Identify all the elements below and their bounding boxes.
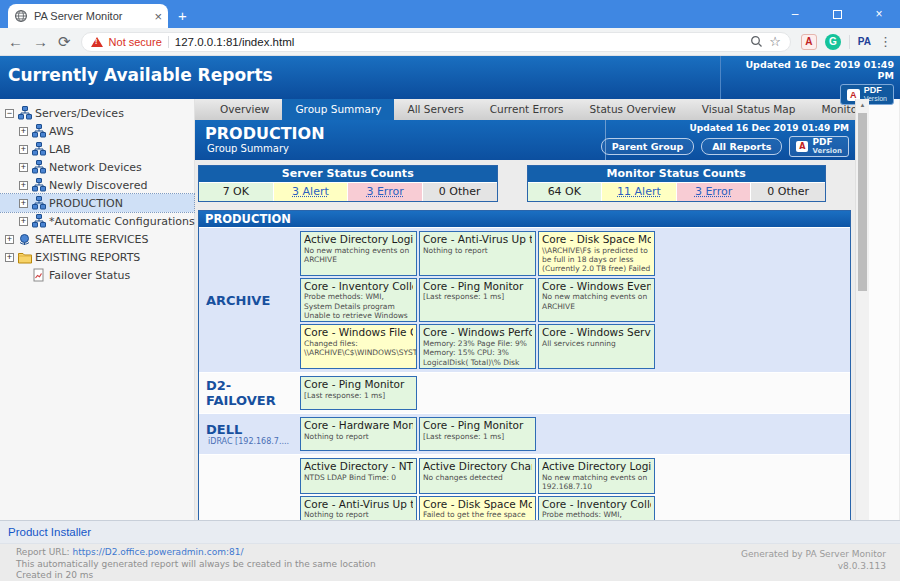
- sidebar-item-network-devices[interactable]: +Network Devices: [0, 158, 194, 176]
- back-icon[interactable]: ←: [8, 34, 23, 49]
- url-text: 127.0.0.1:81/index.html: [175, 36, 744, 48]
- sidebar-item-servers-devices[interactable]: −Servers/Devices: [0, 104, 194, 122]
- new-tab-button[interactable]: +: [178, 7, 187, 24]
- monitor-detail: Failed to get the free space from \\192.…: [423, 510, 532, 520]
- sidebar-item-label: Newly Discovered: [49, 179, 147, 192]
- footer: Product Installer Report URL: https://D2…: [0, 520, 900, 581]
- tab-status-overview[interactable]: Status Overview: [577, 99, 689, 120]
- sidebar-item-existing-reports[interactable]: +EXISTING REPORTS: [0, 248, 194, 266]
- monitor-cells: Active Directory - NTDSNTDS LDAP Bind Ti…: [299, 455, 662, 520]
- monitor-cell-core-anti-virus-up-to-date[interactable]: Core - Anti-Virus Up to DateNothing to r…: [300, 496, 417, 521]
- tab-group-summary[interactable]: Group Summary: [282, 99, 394, 120]
- monitor-cell-active-directory-login-monitor[interactable]: Active Directory Login MonitorNo new mat…: [300, 231, 417, 276]
- bookmark-star-icon[interactable]: ☆: [769, 34, 781, 49]
- monitor-cell-active-directory-ntds[interactable]: Active Directory - NTDSNTDS LDAP Bind Ti…: [300, 458, 417, 493]
- tab-visual-status-map[interactable]: Visual Status Map: [689, 99, 809, 120]
- monitor-detail: \\ARCHIVE\F$ is predicted to be full in …: [542, 246, 651, 274]
- status-cell-3-error[interactable]: 3 Error: [676, 183, 751, 201]
- browser-menu-icon[interactable]: ⋮: [879, 34, 892, 49]
- tab-close-icon[interactable]: ×: [154, 9, 162, 24]
- window-close-button[interactable]: ×: [858, 0, 900, 28]
- table-row-archive: ARCHIVEActive Directory Login MonitorNo …: [199, 227, 850, 372]
- monitor-cell-active-directory-login-monitor[interactable]: Active Directory Login MonitorNo new mat…: [538, 458, 655, 493]
- pdf-button-text: PDFVersion: [812, 138, 842, 155]
- pdf-extension-icon[interactable]: A: [801, 34, 817, 50]
- parent-group-button[interactable]: Parent Group: [601, 138, 694, 155]
- expand-box-icon[interactable]: +: [19, 181, 28, 190]
- header-right-panel: Updated 16 Dec 2019 01:49 PM A PDFVersio…: [720, 56, 900, 99]
- scroll-up-arrow-icon[interactable]: ▲: [856, 99, 869, 111]
- monitor-cell-core-hardware-monitor[interactable]: Core - Hardware MonitorNothing to report: [300, 417, 417, 451]
- monitor-title: Core - Ping Monitor: [423, 280, 532, 293]
- sidebar-item-label: PRODUCTION: [49, 197, 123, 210]
- monitor-cell-core-ping-monitor[interactable]: Core - Ping Monitor[Last response: 1 ms]: [419, 417, 536, 451]
- collapse-box-icon[interactable]: −: [5, 109, 14, 118]
- sidebar-item-production[interactable]: +PRODUCTION: [0, 194, 194, 212]
- monitor-cell-core-inventory-collector[interactable]: Core - Inventory CollectorProbe methods:…: [538, 496, 655, 521]
- expand-box-icon[interactable]: +: [5, 253, 14, 262]
- monitor-cell-core-windows-performance[interactable]: Core - Windows PerformanceMemory: 23% Pa…: [419, 324, 536, 369]
- sidebar: −Servers/Devices+AWS+LAB+Network Devices…: [0, 99, 195, 520]
- group-pdf-version-button[interactable]: A PDFVersion: [789, 136, 849, 157]
- address-bar[interactable]: Not secure 127.0.0.1:81/index.html ☆: [81, 32, 791, 52]
- window-maximize-button[interactable]: [816, 0, 858, 28]
- grammarly-extension-icon[interactable]: G: [825, 34, 841, 50]
- server-link[interactable]: ARCHIVE: [206, 293, 270, 308]
- monitor-cell-core-anti-virus-up-to-date[interactable]: Core - Anti-Virus Up to DateNothing to r…: [419, 231, 536, 276]
- server-link[interactable]: D2-FAILOVER: [206, 378, 299, 408]
- version: v8.0.3.113: [741, 561, 886, 573]
- expand-box-icon[interactable]: +: [19, 163, 28, 172]
- expand-box-icon[interactable]: +: [19, 127, 28, 136]
- monitor-cell-core-windows-service-monitor[interactable]: Core - Windows Service MonitorAll servic…: [538, 324, 655, 369]
- monitor-title: Active Directory Login Monitor: [542, 460, 651, 473]
- pdf-sub-label: Version: [812, 147, 842, 155]
- expand-box-icon[interactable]: +: [19, 199, 28, 208]
- sidebar-item-satellite-services[interactable]: +SATELLITE SERVICES: [0, 230, 194, 248]
- content-scrollbar[interactable]: ▲: [855, 99, 869, 520]
- zoom-icon[interactable]: [750, 35, 763, 48]
- server-name-cell: DOMAIN2[192.168....: [199, 455, 299, 520]
- status-cell-11-alert[interactable]: 11 Alert: [601, 183, 676, 201]
- monitor-cell-core-disk-space-monitor[interactable]: Core - Disk Space MonitorFailed to get t…: [419, 496, 536, 521]
- browser-titlebar: PA Server Monitor × + – ×: [0, 0, 900, 28]
- expand-box-icon[interactable]: +: [5, 235, 14, 244]
- monitor-cells: Active Directory Login MonitorNo new mat…: [299, 228, 662, 372]
- status-cell-0-other: 0 Other: [750, 183, 825, 201]
- monitor-cell-core-ping-monitor[interactable]: Core - Ping Monitor[Last response: 1 ms]: [419, 278, 536, 323]
- sidebar-item-newly-discovered[interactable]: +Newly Discovered: [0, 176, 194, 194]
- server-link[interactable]: DELL: [206, 422, 242, 437]
- sidebar-item-lab[interactable]: +LAB: [0, 140, 194, 158]
- monitor-cell-core-windows-file-changes[interactable]: Core - Windows File ChangesChanged files…: [300, 324, 417, 369]
- sidebar-item-label: LAB: [49, 143, 70, 156]
- table-row-dell: DELLiDRAC [192.168.7....Core - Hardware …: [199, 413, 850, 454]
- network-icon: [31, 178, 46, 192]
- monitor-cell-core-ping-monitor[interactable]: Core - Ping Monitor[Last response: 1 ms]: [300, 376, 417, 410]
- network-icon: [31, 214, 46, 228]
- all-reports-button[interactable]: All Reports: [701, 138, 782, 155]
- reload-icon[interactable]: ⟳: [58, 34, 71, 49]
- monitor-cell-core-disk-space-monitor[interactable]: Core - Disk Space Monitor\\ARCHIVE\F$ is…: [538, 231, 655, 276]
- status-cell-3-error[interactable]: 3 Error: [347, 183, 422, 201]
- tab-current-errors[interactable]: Current Errors: [477, 99, 577, 120]
- sidebar-item-automatic-configurations[interactable]: +*Automatic Configurations: [0, 212, 194, 230]
- browser-tab[interactable]: PA Server Monitor ×: [8, 4, 168, 28]
- forward-icon[interactable]: →: [33, 34, 48, 49]
- monitor-cell-core-windows-event-log-erro[interactable]: Core - Windows Event Log Erro...No new m…: [538, 278, 655, 323]
- window-minimize-button[interactable]: –: [774, 0, 816, 28]
- sidebar-item-aws[interactable]: +AWS: [0, 122, 194, 140]
- monitor-cell-active-directory-change-monitor[interactable]: Active Directory Change MonitorNo change…: [419, 458, 536, 493]
- report-url-link[interactable]: https://D2.office.poweradmin.com:81/: [72, 547, 243, 557]
- expand-box-icon[interactable]: +: [19, 217, 28, 226]
- tab-all-servers[interactable]: All Servers: [394, 99, 476, 120]
- sidebar-item-failover-status[interactable]: Failover Status: [0, 266, 194, 284]
- monitor-cell-core-inventory-collector[interactable]: Core - Inventory CollectorProbe methods:…: [300, 278, 417, 323]
- group-updated-timestamp: Updated 16 Dec 2019 01:49 PM: [612, 123, 849, 133]
- pa-extension-icon[interactable]: PA: [858, 36, 871, 47]
- expand-box-icon[interactable]: +: [19, 145, 28, 154]
- network-icon: [31, 142, 46, 156]
- scrollbar-thumb[interactable]: [858, 113, 867, 291]
- tab-overview[interactable]: Overview: [207, 99, 282, 120]
- product-installer-link[interactable]: Product Installer: [8, 526, 91, 538]
- status-cell-3-alert[interactable]: 3 Alert: [273, 183, 348, 201]
- adobe-pdf-icon: A: [796, 141, 808, 152]
